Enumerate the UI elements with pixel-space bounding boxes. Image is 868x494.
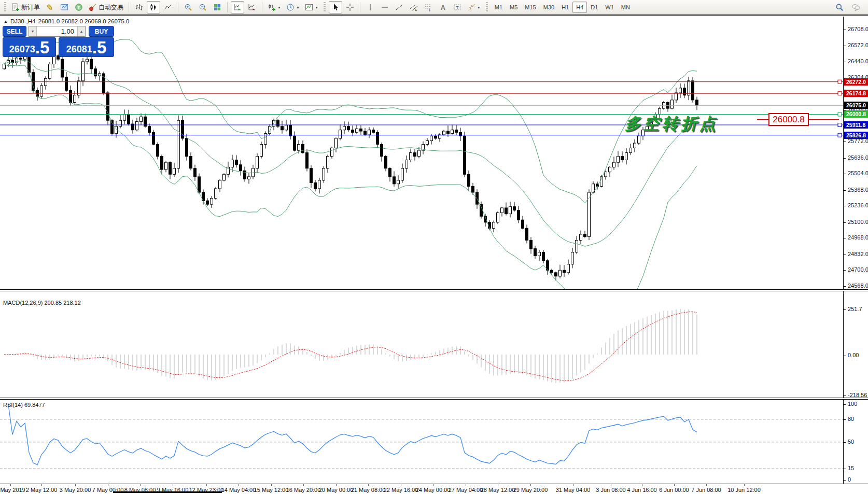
zoom-out-button[interactable] bbox=[196, 1, 209, 13]
templates-button[interactable]: ▼ bbox=[303, 1, 320, 13]
price-axis[interactable]: 26708.026572.026440.026304.026172.026036… bbox=[843, 17, 868, 484]
time-label: 3 Jun 08:00 bbox=[596, 487, 626, 493]
time-label: 10 Jun 12:00 bbox=[727, 487, 761, 493]
panel-divider[interactable] bbox=[0, 398, 868, 400]
axis-tick bbox=[844, 270, 846, 271]
cursor-button[interactable] bbox=[329, 1, 342, 13]
new-order-button[interactable]: 新订单 bbox=[9, 1, 42, 13]
axis-tick-label: 15 bbox=[848, 465, 854, 471]
tile-windows-icon bbox=[213, 3, 221, 11]
timeframe-M30[interactable]: M30 bbox=[540, 2, 558, 13]
axis-tick bbox=[844, 396, 846, 396]
axis-tick-label: 26440.0 bbox=[848, 58, 868, 64]
crosshair-button[interactable] bbox=[343, 1, 357, 13]
bar-chart-button[interactable] bbox=[132, 1, 146, 13]
time-tick bbox=[368, 484, 369, 486]
price-line-label: 25911.8 bbox=[844, 121, 868, 129]
equidistant-channel-button[interactable]: E bbox=[407, 1, 421, 13]
axis-tick bbox=[844, 206, 846, 206]
timeframe-D1[interactable]: D1 bbox=[587, 2, 601, 13]
text-button[interactable]: A bbox=[436, 1, 450, 13]
collapse-trade-panel-arrow[interactable]: ▲ bbox=[4, 19, 8, 24]
axis-tick bbox=[844, 469, 846, 469]
auto-scroll-button[interactable] bbox=[231, 1, 244, 13]
timeframe-MN[interactable]: MN bbox=[618, 2, 634, 13]
price-line-label: 26174.8 bbox=[844, 90, 868, 97]
tile-windows-button[interactable] bbox=[211, 1, 224, 13]
axis-tick bbox=[844, 238, 846, 238]
time-tick bbox=[336, 484, 337, 486]
auto-trading-button[interactable]: 自动交易 bbox=[87, 1, 125, 13]
time-tick bbox=[498, 484, 498, 486]
axis-tick-label: 25368.0 bbox=[848, 187, 868, 193]
price-callout-label[interactable]: 26000.8 bbox=[768, 113, 809, 126]
line-chart-button[interactable] bbox=[161, 1, 175, 13]
chat-icon bbox=[852, 3, 860, 11]
candlestick-chart-button[interactable] bbox=[147, 1, 160, 13]
time-label: 22 May 16:00 bbox=[384, 487, 418, 493]
chart-shift-icon bbox=[248, 3, 256, 11]
time-label: 1 May 2019 bbox=[0, 487, 25, 493]
sell-price[interactable]: 26073.5 bbox=[3, 37, 56, 57]
timeframe-H4[interactable]: H4 bbox=[572, 2, 587, 13]
toolbar-grip[interactable] bbox=[4, 2, 6, 12]
volume-down-button[interactable]: ▼ bbox=[29, 26, 37, 36]
timeframe-M15[interactable]: M15 bbox=[521, 2, 539, 13]
toolbar: 新订单 自动交易 ▼ ▼ bbox=[0, 0, 868, 15]
trendline-button[interactable] bbox=[393, 1, 406, 13]
trendline-icon bbox=[395, 3, 403, 11]
toolbar-grip[interactable] bbox=[486, 2, 488, 12]
svg-text:T: T bbox=[456, 5, 459, 10]
separator bbox=[178, 2, 178, 12]
profile-chart-icon bbox=[60, 3, 68, 11]
axis-tick bbox=[844, 46, 846, 46]
arrows-button[interactable]: ▼ bbox=[465, 1, 483, 13]
price-line-label: 26272.0 bbox=[844, 78, 868, 86]
timeframe-H1[interactable]: H1 bbox=[558, 2, 572, 13]
axis-tick bbox=[844, 190, 846, 191]
zoom-in-button[interactable] bbox=[181, 1, 195, 13]
chat-button[interactable] bbox=[849, 1, 863, 13]
ohlc-values: 26081.0 26082.0 26069.0 26075.0 bbox=[38, 18, 130, 24]
panel-divider[interactable] bbox=[0, 289, 868, 291]
time-tick bbox=[611, 484, 611, 486]
macd-canvas[interactable] bbox=[0, 291, 843, 398]
text-label-button[interactable]: T bbox=[451, 1, 464, 13]
volume-input[interactable] bbox=[37, 26, 77, 36]
svg-text:A: A bbox=[441, 4, 445, 11]
vertical-line-button[interactable] bbox=[363, 1, 377, 13]
timeframe-M5[interactable]: M5 bbox=[506, 2, 521, 13]
timeframe-W1[interactable]: W1 bbox=[601, 2, 618, 13]
time-tick bbox=[706, 484, 707, 486]
toolbar-grip[interactable] bbox=[324, 2, 326, 12]
search-button[interactable] bbox=[833, 1, 846, 13]
chart-style-button[interactable] bbox=[43, 1, 57, 13]
axis-tick bbox=[844, 222, 846, 223]
rsi-canvas[interactable] bbox=[0, 400, 843, 484]
auto-trading-label: 自动交易 bbox=[99, 3, 123, 12]
time-tick bbox=[433, 484, 433, 486]
periods-button[interactable]: ▼ bbox=[284, 1, 302, 13]
axis-tick-label: 25636.0 bbox=[848, 154, 868, 161]
fibonacci-button[interactable]: F bbox=[422, 1, 435, 13]
new-order-label: 新订单 bbox=[21, 3, 40, 12]
h-scrollbar-thumb[interactable] bbox=[113, 491, 222, 493]
signals-button[interactable] bbox=[72, 1, 86, 13]
chart-annotation-text[interactable]: 多空转折点 bbox=[625, 113, 718, 135]
chart-shift-button[interactable] bbox=[245, 1, 259, 13]
axis-tick-label: 25504.0 bbox=[848, 170, 868, 176]
time-tick bbox=[573, 484, 573, 486]
timeframe-M1[interactable]: M1 bbox=[491, 2, 506, 13]
volume-up-button[interactable]: ▲ bbox=[77, 26, 85, 36]
sell-button[interactable]: SELL bbox=[3, 26, 26, 37]
profiles-button[interactable] bbox=[58, 1, 71, 13]
horizontal-line-button[interactable] bbox=[378, 1, 391, 13]
buy-button[interactable]: BUY bbox=[89, 26, 114, 37]
time-label: 6 Jun 00:00 bbox=[659, 487, 689, 493]
price-chart-canvas[interactable] bbox=[0, 17, 843, 289]
chart-area: ▲ DJ30-,H4 26081.0 26082.0 26069.0 26075… bbox=[0, 15, 868, 494]
buy-price[interactable]: 26081.5 bbox=[59, 37, 114, 57]
volume-stepper: ▼ ▲ bbox=[29, 26, 86, 37]
time-label: 21 May 08:00 bbox=[351, 487, 386, 493]
new-chart-button[interactable]: ▼ bbox=[265, 1, 283, 13]
